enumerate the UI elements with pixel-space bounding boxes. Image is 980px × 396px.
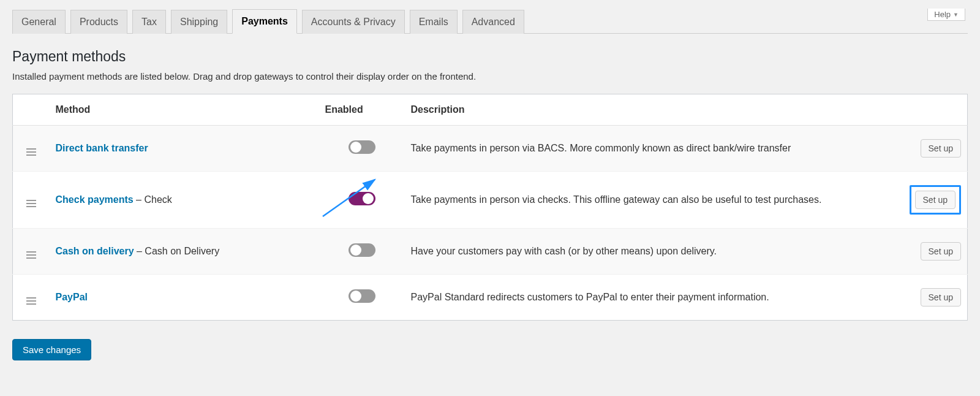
tab-shipping[interactable]: Shipping [171,10,227,34]
highlight-box: Set up [910,185,961,215]
payment-method-link[interactable]: Cash on delivery [56,246,134,256]
col-enabled-header: Enabled [319,94,405,126]
col-sort-header [13,94,50,126]
page-title: Payment methods [12,48,968,65]
tab-payments[interactable]: Payments [232,9,297,34]
payment-method-link[interactable]: PayPal [56,292,88,302]
tab-tax[interactable]: Tax [132,10,166,34]
drag-handle-icon[interactable] [26,297,36,305]
drag-handle-icon[interactable] [26,251,36,259]
enabled-toggle[interactable] [349,140,375,154]
save-changes-button[interactable]: Save changes [12,339,91,360]
settings-tabs: GeneralProductsTaxShippingPaymentsAccoun… [12,9,968,34]
tab-products[interactable]: Products [70,10,127,34]
page-description: Installed payment methods are listed bel… [12,71,968,82]
col-action-header [882,94,968,126]
setup-button[interactable]: Set up [921,288,961,307]
payment-method-description: PayPal Standard redirects customers to P… [405,275,882,321]
tab-advanced[interactable]: Advanced [462,10,524,34]
payment-method-link[interactable]: Check payments [56,194,134,205]
table-row: PayPalPayPal Standard redirects customer… [13,275,968,321]
payment-method-suffix: – Check [134,194,172,205]
tab-general[interactable]: General [12,10,66,34]
payment-method-suffix: – Cash on Delivery [134,246,220,256]
drag-handle-icon[interactable] [26,148,36,156]
setup-button[interactable]: Set up [921,242,961,261]
enabled-toggle[interactable] [349,289,375,303]
table-row: Direct bank transferTake payments in per… [13,126,968,172]
chevron-down-icon: ▼ [953,12,959,18]
tab-accounts-privacy[interactable]: Accounts & Privacy [302,10,405,34]
col-method-header: Method [50,94,319,126]
setup-button[interactable]: Set up [921,139,961,158]
payment-method-description: Take payments in person via BACS. More c… [405,126,882,172]
table-row: Check payments – CheckTake payments in p… [13,172,968,229]
setup-button[interactable]: Set up [915,191,956,209]
drag-handle-icon[interactable] [26,200,36,207]
help-label: Help [934,10,951,19]
enabled-toggle[interactable] [349,192,375,205]
col-description-header: Description [405,94,882,126]
enabled-toggle[interactable] [349,243,375,257]
payment-method-link[interactable]: Direct bank transfer [56,143,148,153]
table-row: Cash on delivery – Cash on DeliveryHave … [13,229,968,275]
tab-emails[interactable]: Emails [410,10,458,34]
payment-method-description: Have your customers pay with cash (or by… [405,229,882,275]
payment-method-description: Take payments in person via checks. This… [405,172,882,229]
payment-methods-table: Method Enabled Description Direct bank t… [12,94,968,321]
help-dropdown[interactable]: Help ▼ [927,9,965,21]
